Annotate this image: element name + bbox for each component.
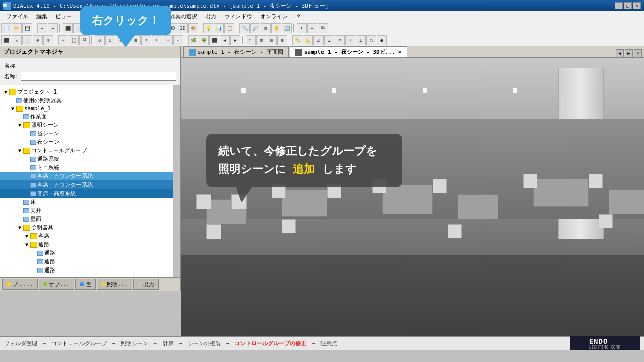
tb-undo[interactable]: ↩ [37,23,47,33]
tb2-13[interactable]: ⬆ [141,35,151,45]
tb-move[interactable]: ↔ [307,23,317,33]
tree-item-10[interactable]: 客席・カウンター系統 [0,172,173,180]
menu-online[interactable]: オンライン [256,12,292,21]
tb2-30[interactable]: ≋ [335,35,345,45]
tb2-31[interactable]: ⊤ [345,35,355,45]
tree-expand-16[interactable]: ▼ [16,225,23,230]
tb-rotate[interactable]: 🔄 [282,23,292,33]
tree-expand-18[interactable]: ▼ [23,242,30,247]
tb2-14[interactable]: ⬇ [152,35,162,45]
tb2-18[interactable]: 🌳 [199,35,209,45]
tb2-32[interactable]: ⊥ [356,35,366,45]
menu-file[interactable]: ファイル [2,12,32,21]
tb-select[interactable]: ⬆ [297,23,307,33]
tree-item-2[interactable]: ▼sample_1 [0,105,173,112]
minimize-button[interactable]: _ [615,2,623,9]
tree-item-7[interactable]: ▼コントロールグループ [0,146,173,155]
close-tab-icon[interactable]: × [398,49,402,55]
close-button[interactable]: × [633,2,641,9]
tb-copy[interactable]: ⧉ [318,23,328,33]
tree-item-3[interactable]: 作業面 [0,112,173,121]
tb-render[interactable]: 🎨 [188,23,198,33]
tb2-3[interactable]: ⬜ [22,35,32,45]
tb2-4[interactable]: ⊕ [33,35,43,45]
tree-item-14[interactable]: 天井 [0,206,173,215]
tb2-21[interactable]: ▶ [230,35,240,45]
tb-save[interactable]: 💾 [22,23,32,33]
tb2-29[interactable]: ⊾ [324,35,334,45]
tb2-24[interactable]: ▤ [267,35,277,45]
window-controls[interactable]: _ □ × [615,2,641,9]
tb2-34[interactable]: ● [377,35,387,45]
tree-item-17[interactable]: ▼客席 [0,232,173,240]
tb-light[interactable]: 💡 [203,23,213,33]
tb2-5[interactable]: ⊗ [43,35,53,45]
tree-item-6[interactable]: 夜シーン [0,138,173,146]
menu-view[interactable]: ビュー [51,12,76,21]
bottom-tab-color[interactable]: 色 [75,279,96,290]
tb2-16[interactable]: ➡ [173,35,183,45]
tb2-2[interactable]: ↖ [12,35,22,45]
tb2-23[interactable]: ▥ [256,35,266,45]
tb2-20[interactable]: ◀ [220,35,230,45]
tree-expand-7[interactable]: ▼ [16,148,23,153]
tb2-28[interactable]: ⊿ [313,35,324,45]
tb2-17[interactable]: 🌿 [188,35,198,45]
tb-new[interactable]: 📄 [1,23,11,33]
tb2-7[interactable]: 📋 [69,35,79,45]
tb-btn3[interactable]: ⬛ [63,23,73,33]
tree-item-20[interactable]: 通路 [0,257,173,266]
bottom-tab-output[interactable]: 出力 [133,279,159,290]
tb2-33[interactable]: ○ [366,35,376,45]
tree-item-5[interactable]: 昼シーン [0,129,173,138]
tb2-15[interactable]: ⬅ [163,35,173,45]
menu-help[interactable]: ？ [292,12,305,21]
tb2-8[interactable]: ⧉ [79,35,90,45]
tab-next-button[interactable]: ▶ [625,49,633,57]
tree-expand-0[interactable]: ▼ [2,89,9,95]
tb2-19[interactable]: ⬛ [209,35,219,45]
tree-item-4[interactable]: ▼照明シーン [0,121,173,129]
tb-2d[interactable]: 2D [178,23,188,33]
tree-item-11[interactable]: 客席・カウンター系統 [0,180,173,189]
tree-item-21[interactable]: 通路 [0,266,173,275]
menu-window[interactable]: ウィンドウ [220,12,256,21]
tab-prev-button[interactable]: ◀ [616,49,624,57]
tb-redo[interactable]: ↪ [48,23,58,33]
tree-expand-2[interactable]: ▼ [9,106,16,111]
tab-floorplan[interactable]: sample_1 - 夜シーン - 平面図 [183,46,289,57]
tb-zoom-in[interactable]: 🔍 [239,23,250,33]
maximize-button[interactable]: □ [624,2,632,9]
tb-fit[interactable]: ⊡ [261,23,271,33]
tb-report[interactable]: 📋 [224,23,234,33]
tb2-1[interactable]: ⬛ [1,35,11,45]
tb-pan[interactable]: ✋ [271,23,281,33]
tb2-10[interactable]: ↻ [105,35,115,45]
tb-open[interactable]: 📂 [12,23,22,33]
tree-item-1[interactable]: 使用の照明器具 [0,96,173,105]
tree-scrollbar[interactable] [173,85,180,277]
bottom-tab-light[interactable]: 照明... [97,279,132,290]
tb2-6[interactable]: ✂ [58,35,68,45]
tab-close-button[interactable]: × [634,49,642,57]
tree-item-13[interactable]: 床 [0,198,173,206]
menu-output[interactable]: 出力 [201,12,220,21]
tree-item-8[interactable]: 通路系統 [0,155,173,163]
tb2-22[interactable]: ⬚ [246,35,256,45]
tree-item-18[interactable]: ▼通路 [0,240,173,249]
tree-item-15[interactable]: 壁面 [0,215,173,223]
tb2-27[interactable]: 📐 [303,35,313,45]
tb-calc[interactable]: 📊 [214,23,224,33]
tree-expand-4[interactable]: ▼ [16,122,23,128]
tree-item-19[interactable]: 通路 [0,249,173,257]
bottom-tab-project[interactable]: プロ... [2,279,38,290]
name-input[interactable] [21,72,176,81]
tree-item-0[interactable]: ▼プロジェクト 1 [0,87,173,96]
tree-item-16[interactable]: ▼照明器具 [0,223,173,232]
tree-item-12[interactable]: 客席・高窓系統 [0,189,173,198]
tb2-25[interactable]: ⊞ [277,35,287,45]
tree-item-9[interactable]: ミニ系統 [0,163,173,172]
tb-zoom-out[interactable]: 🔎 [250,23,260,33]
bottom-tab-object[interactable]: オブ... [39,279,74,290]
menu-edit[interactable]: 編集 [32,12,51,21]
